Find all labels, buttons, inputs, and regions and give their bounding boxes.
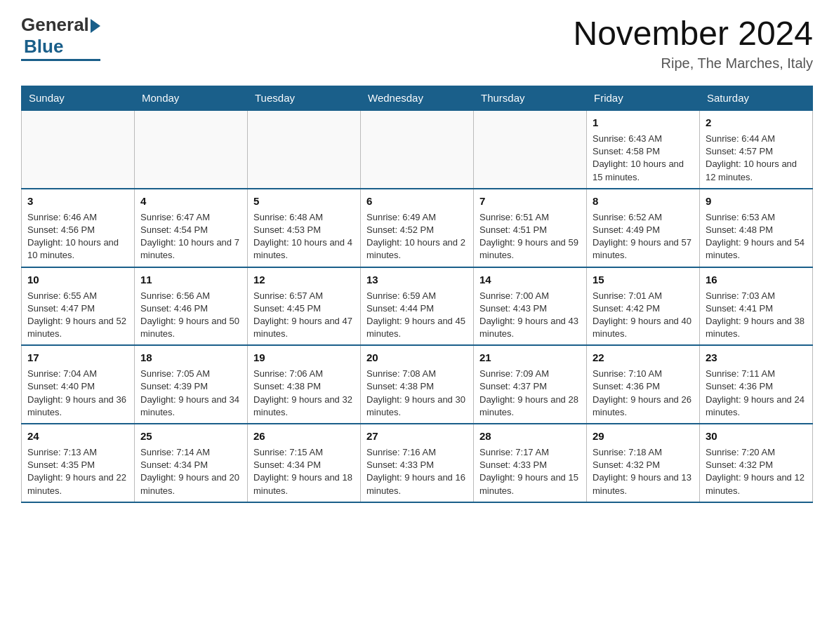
day-info: Sunset: 4:52 PM xyxy=(366,224,468,236)
calendar-cell xyxy=(22,110,135,189)
day-info: Daylight: 9 hours and 45 minutes. xyxy=(366,315,468,340)
calendar-cell: 30Sunrise: 7:20 AMSunset: 4:32 PMDayligh… xyxy=(700,424,813,502)
calendar-cell: 5Sunrise: 6:48 AMSunset: 4:53 PMDaylight… xyxy=(248,189,361,267)
day-info: Sunset: 4:57 PM xyxy=(706,145,807,158)
day-info: Sunrise: 6:52 AM xyxy=(593,211,694,224)
day-info: Daylight: 9 hours and 16 minutes. xyxy=(366,471,468,497)
calendar-cell: 16Sunrise: 7:03 AMSunset: 4:41 PMDayligh… xyxy=(700,267,813,346)
calendar-cell: 1Sunrise: 6:43 AMSunset: 4:58 PMDaylight… xyxy=(587,110,700,189)
weekday-header: Friday xyxy=(587,86,700,111)
day-info: Sunrise: 7:00 AM xyxy=(479,290,581,302)
day-info: Sunset: 4:32 PM xyxy=(593,459,694,471)
day-info: Sunrise: 7:01 AM xyxy=(593,290,694,302)
logo: General Blue xyxy=(21,14,100,61)
day-info: Daylight: 9 hours and 28 minutes. xyxy=(479,394,581,419)
day-info: Daylight: 9 hours and 18 minutes. xyxy=(253,471,355,497)
calendar-cell: 14Sunrise: 7:00 AMSunset: 4:43 PMDayligh… xyxy=(474,267,587,346)
day-number: 27 xyxy=(366,429,468,443)
day-number: 12 xyxy=(253,272,355,287)
day-info: Sunset: 4:36 PM xyxy=(593,380,694,393)
day-info: Sunset: 4:48 PM xyxy=(706,224,807,236)
day-number: 15 xyxy=(593,272,694,287)
day-info: Sunrise: 6:46 AM xyxy=(27,211,128,224)
calendar-cell: 19Sunrise: 7:06 AMSunset: 4:38 PMDayligh… xyxy=(248,345,361,424)
day-info: Sunset: 4:40 PM xyxy=(27,380,128,393)
day-info: Sunrise: 6:56 AM xyxy=(140,290,241,302)
calendar-cell: 25Sunrise: 7:14 AMSunset: 4:34 PMDayligh… xyxy=(135,424,248,502)
day-info: Sunrise: 7:11 AM xyxy=(706,368,807,380)
calendar-title: November 2024 xyxy=(573,14,813,53)
day-info: Daylight: 9 hours and 36 minutes. xyxy=(27,394,128,419)
day-info: Sunset: 4:46 PM xyxy=(140,302,241,315)
day-info: Sunrise: 6:43 AM xyxy=(593,133,694,145)
day-info: Sunrise: 7:04 AM xyxy=(27,368,128,380)
calendar-cell xyxy=(135,110,248,189)
day-info: Sunset: 4:34 PM xyxy=(253,459,355,471)
calendar-cell: 18Sunrise: 7:05 AMSunset: 4:39 PMDayligh… xyxy=(135,345,248,424)
day-number: 20 xyxy=(366,350,468,365)
calendar-cell: 28Sunrise: 7:17 AMSunset: 4:33 PMDayligh… xyxy=(474,424,587,502)
calendar-cell: 26Sunrise: 7:15 AMSunset: 4:34 PMDayligh… xyxy=(248,424,361,502)
calendar-table: SundayMondayTuesdayWednesdayThursdayFrid… xyxy=(21,86,813,503)
day-info: Daylight: 9 hours and 26 minutes. xyxy=(593,394,694,419)
calendar-subtitle: Ripe, The Marches, Italy xyxy=(573,55,813,72)
day-info: Sunrise: 6:47 AM xyxy=(140,211,241,224)
calendar-cell: 15Sunrise: 7:01 AMSunset: 4:42 PMDayligh… xyxy=(587,267,700,346)
day-info: Sunrise: 6:59 AM xyxy=(366,290,468,302)
day-info: Sunrise: 7:16 AM xyxy=(366,446,468,459)
page-header: General Blue November 2024 Ripe, The Mar… xyxy=(21,14,813,72)
day-info: Sunrise: 6:51 AM xyxy=(479,211,581,224)
day-number: 19 xyxy=(253,350,355,365)
logo-blue-text: Blue xyxy=(24,36,63,58)
day-info: Daylight: 9 hours and 50 minutes. xyxy=(140,315,241,340)
day-info: Sunset: 4:38 PM xyxy=(366,380,468,393)
calendar-cell: 13Sunrise: 6:59 AMSunset: 4:44 PMDayligh… xyxy=(361,267,474,346)
day-info: Daylight: 10 hours and 7 minutes. xyxy=(140,236,241,262)
weekday-header: Thursday xyxy=(474,86,587,111)
day-number: 16 xyxy=(706,272,807,287)
weekday-header: Wednesday xyxy=(361,86,474,111)
day-info: Sunset: 4:44 PM xyxy=(366,302,468,315)
day-info: Daylight: 9 hours and 30 minutes. xyxy=(366,394,468,419)
day-info: Daylight: 9 hours and 24 minutes. xyxy=(706,394,807,419)
calendar-cell: 24Sunrise: 7:13 AMSunset: 4:35 PMDayligh… xyxy=(22,424,135,502)
logo-underline xyxy=(21,59,100,61)
day-info: Sunset: 4:45 PM xyxy=(253,302,355,315)
day-info: Sunrise: 6:53 AM xyxy=(706,211,807,224)
weekday-header: Monday xyxy=(135,86,248,111)
day-info: Sunrise: 7:05 AM xyxy=(140,368,241,380)
day-number: 14 xyxy=(479,272,581,287)
calendar-cell: 11Sunrise: 6:56 AMSunset: 4:46 PMDayligh… xyxy=(135,267,248,346)
calendar-cell: 27Sunrise: 7:16 AMSunset: 4:33 PMDayligh… xyxy=(361,424,474,502)
day-number: 22 xyxy=(593,350,694,365)
day-info: Sunrise: 7:14 AM xyxy=(140,446,241,459)
day-info: Sunset: 4:51 PM xyxy=(479,224,581,236)
day-info: Daylight: 9 hours and 15 minutes. xyxy=(479,471,581,497)
day-info: Sunset: 4:43 PM xyxy=(479,302,581,315)
calendar-cell xyxy=(474,110,587,189)
day-number: 8 xyxy=(593,194,694,208)
day-info: Daylight: 9 hours and 22 minutes. xyxy=(27,471,128,497)
day-info: Daylight: 10 hours and 4 minutes. xyxy=(253,236,355,262)
calendar-cell xyxy=(361,110,474,189)
day-info: Sunrise: 7:10 AM xyxy=(593,368,694,380)
day-info: Sunset: 4:53 PM xyxy=(253,224,355,236)
calendar-week-row: 3Sunrise: 6:46 AMSunset: 4:56 PMDaylight… xyxy=(22,189,813,267)
calendar-cell: 3Sunrise: 6:46 AMSunset: 4:56 PMDaylight… xyxy=(22,189,135,267)
logo-arrow-icon xyxy=(91,19,100,33)
day-number: 7 xyxy=(479,194,581,208)
day-info: Sunrise: 7:20 AM xyxy=(706,446,807,459)
title-block: November 2024 Ripe, The Marches, Italy xyxy=(573,14,813,72)
calendar-cell xyxy=(248,110,361,189)
day-info: Sunset: 4:36 PM xyxy=(706,380,807,393)
day-info: Sunrise: 6:55 AM xyxy=(27,290,128,302)
weekday-header: Tuesday xyxy=(248,86,361,111)
day-info: Daylight: 9 hours and 34 minutes. xyxy=(140,394,241,419)
day-info: Sunset: 4:33 PM xyxy=(366,459,468,471)
calendar-week-row: 1Sunrise: 6:43 AMSunset: 4:58 PMDaylight… xyxy=(22,110,813,189)
day-info: Sunset: 4:35 PM xyxy=(27,459,128,471)
day-info: Sunset: 4:38 PM xyxy=(253,380,355,393)
day-number: 10 xyxy=(27,272,128,287)
calendar-week-row: 17Sunrise: 7:04 AMSunset: 4:40 PMDayligh… xyxy=(22,345,813,424)
day-info: Sunset: 4:34 PM xyxy=(140,459,241,471)
